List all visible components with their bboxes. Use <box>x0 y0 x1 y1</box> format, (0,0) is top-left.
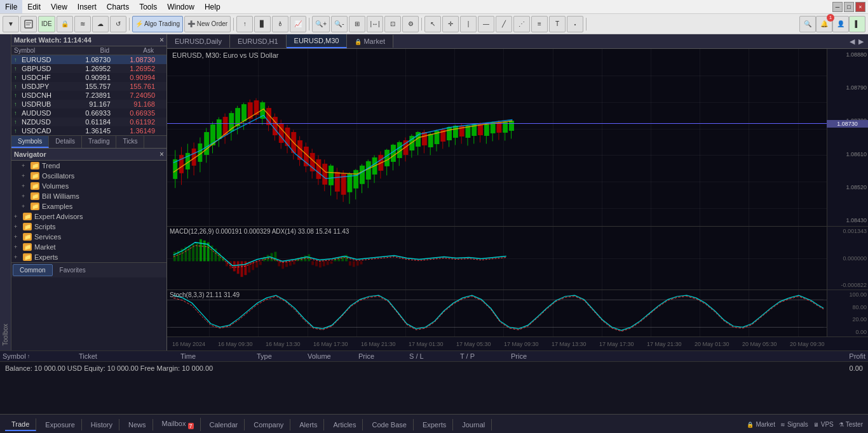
market-watch-row-audusd[interactable]: ↑ AUDUSD 0.66933 0.66935 <box>11 109 166 117</box>
price-arrow: ↑ <box>14 119 22 125</box>
market-watch-close-button[interactable]: × <box>159 36 164 44</box>
trendline-button[interactable]: ╱ <box>496 16 512 32</box>
new-order-button[interactable]: ➕ New Order <box>184 16 231 32</box>
mw-tab-trading[interactable]: Trading <box>82 136 117 148</box>
svg-rect-64 <box>360 166 365 183</box>
status-market[interactable]: 🔒 Market <box>747 421 775 428</box>
notification-button[interactable]: 🔔1 <box>816 16 832 32</box>
fib-button[interactable]: ≡ <box>531 16 548 32</box>
market-watch-row-eurusd[interactable]: ↑ EURUSD 1.08730 1.08730 <box>11 55 166 64</box>
cursor-button[interactable]: ↖ <box>424 16 441 32</box>
search-button[interactable]: 🔍 <box>799 16 816 32</box>
chart-tab-eurusd-m30[interactable]: EURUSD,M30 <box>287 34 348 48</box>
horizontal-line-button[interactable]: — <box>478 16 494 32</box>
scroll-right-button[interactable]: ⊡ <box>384 16 401 32</box>
zoom-in-button[interactable]: 🔍+ <box>312 16 330 32</box>
chart-tab-eurusd-daily[interactable]: EURUSD,Daily <box>167 35 230 48</box>
minimize-button[interactable]: ─ <box>832 2 843 12</box>
market-watch-row-usdchf[interactable]: ↑ USDCHF 0.90991 0.90994 <box>11 73 166 82</box>
profile-button[interactable] <box>20 16 37 32</box>
nav-item-experts[interactable]: + 📁 Experts <box>11 252 166 262</box>
mw-tab-symbols[interactable]: Symbols <box>11 136 49 148</box>
navigator-header: Navigator × <box>11 149 166 161</box>
main-chart[interactable]: EURUSD, M30: Euro vs US Dollar <box>167 49 868 227</box>
terminal-tab-articles[interactable]: Articles <box>327 419 363 430</box>
nav-item-scripts[interactable]: + 📁 Scripts <box>11 222 166 232</box>
terminal-tab-calendar[interactable]: Calendar <box>203 419 245 430</box>
crosshair-button[interactable]: ✛ <box>442 16 459 32</box>
lock-button[interactable]: 🔒 <box>57 16 73 32</box>
status-vps[interactable]: 🖥 VPS <box>813 421 834 428</box>
zoom-out-button[interactable]: 🔍- <box>331 16 348 32</box>
terminal-tab-alerts[interactable]: Alerts <box>293 419 324 430</box>
refresh-button[interactable]: ↺ <box>110 16 126 32</box>
terminal-tab-codebase[interactable]: Code Base <box>365 419 413 430</box>
status-tester[interactable]: ⚗ Tester <box>839 421 863 428</box>
chart-tab-eurusd-h1[interactable]: EURUSD,H1 <box>230 35 287 48</box>
stoch-chart[interactable]: Stoch(8,3,3) 21.11 31.49 <box>167 290 868 336</box>
nav-item-examples[interactable]: + 📁 Examples <box>11 201 166 211</box>
mw-tab-details[interactable]: Details <box>49 136 82 148</box>
menu-charts[interactable]: Charts <box>102 0 134 13</box>
menu-file[interactable]: File <box>0 0 22 13</box>
market-watch-row-usdrub[interactable]: ↑ USDRUB 91.167 91.168 <box>11 100 166 109</box>
account-button[interactable]: 👤 <box>832 16 849 32</box>
menu-help[interactable]: Help <box>200 0 226 13</box>
nav-item-oscillators[interactable]: + 📁 Oscillators <box>11 171 166 181</box>
chart-nav-left[interactable]: ◀ <box>848 37 857 46</box>
status-signals[interactable]: ≋ Signals <box>780 421 808 428</box>
market-watch-row-usdjpy[interactable]: ↑ USDJPY 155.757 155.761 <box>11 82 166 91</box>
candle-button[interactable]: 🕯 <box>272 16 288 32</box>
nav-tab-common[interactable]: Common <box>13 264 53 276</box>
terminal-tab-journal[interactable]: Journal <box>456 419 492 430</box>
nav-item-volumes[interactable]: + 📁 Volumes <box>11 181 166 191</box>
macd-chart[interactable]: MACD(12,26,9) 0.000191 0.000329 ADX(14) … <box>167 227 868 290</box>
col-symbol[interactable]: Symbol ↑ <box>3 352 79 360</box>
market-watch-row-usdcad[interactable]: ↑ USDCAD 1.36145 1.36149 <box>11 126 166 135</box>
vertical-line-button[interactable]: | <box>460 16 477 32</box>
market-watch-row-nzdusd[interactable]: ↑ NZDUSD 0.61184 0.61192 <box>11 117 166 126</box>
terminal-tab-company[interactable]: Company <box>247 419 290 430</box>
channel-button[interactable]: ⋰ <box>513 16 530 32</box>
nav-item-market[interactable]: + 📁 Market <box>11 242 166 252</box>
market-watch-row-usdcnh[interactable]: ↑ USDCNH 7.23891 7.24050 <box>11 91 166 100</box>
algo-trading-button[interactable]: ⚡ Algo Trading <box>132 16 183 32</box>
menu-insert[interactable]: Insert <box>72 0 102 13</box>
new-chart-dropdown[interactable]: ▼ <box>3 16 19 32</box>
bar-chart-button[interactable]: ▊ <box>254 16 271 32</box>
nav-item-bill-williams[interactable]: + 📁 Bill Williams <box>11 191 166 201</box>
mw-tab-ticks[interactable]: Ticks <box>116 136 144 148</box>
text-button[interactable]: T <box>549 16 566 32</box>
chart-tab-market[interactable]: 🔒Market <box>347 35 393 48</box>
terminal-tab-trade[interactable]: Trade <box>5 418 36 431</box>
time-label-10: 17 May 21:30 <box>647 341 682 347</box>
arrow-button[interactable]: ⬩ <box>567 16 583 32</box>
cloud-button[interactable]: ☁ <box>92 16 109 32</box>
close-button[interactable]: × <box>855 2 865 12</box>
properties-button[interactable]: ⚙ <box>402 16 419 32</box>
menu-window[interactable]: Window <box>162 0 200 13</box>
navigator-close-button[interactable]: × <box>159 150 164 159</box>
nav-tab-favorites[interactable]: Favorites <box>53 264 93 276</box>
terminal-tab-history[interactable]: History <box>85 419 119 430</box>
menu-edit[interactable]: Edit <box>22 0 46 13</box>
ide-button[interactable]: IDE <box>38 16 55 32</box>
period-sep-button[interactable]: |↔| <box>367 16 383 32</box>
nav-item-expert-advisors[interactable]: + 📁 Expert Advisors <box>11 211 166 222</box>
line-chart-button[interactable]: 📈 <box>290 16 306 32</box>
chart-up-button[interactable]: ↑ <box>236 16 253 32</box>
signal-button[interactable]: ▌ <box>849 16 865 32</box>
market-watch-row-gbpusd[interactable]: ↑ GBPUSD 1.26952 1.26952 <box>11 64 166 73</box>
nav-item-trend[interactable]: + 📁 Trend <box>11 161 166 171</box>
terminal-tab-news[interactable]: News <box>122 419 153 430</box>
menu-tools[interactable]: Tools <box>134 0 162 13</box>
virtual-button[interactable]: ≋ <box>74 16 91 32</box>
terminal-tab-experts[interactable]: Experts <box>416 419 453 430</box>
menu-view[interactable]: View <box>46 0 72 13</box>
chart-nav-right[interactable]: ▶ <box>857 37 865 46</box>
nav-item-services[interactable]: + 📁 Services <box>11 232 166 242</box>
terminal-tab-exposure[interactable]: Exposure <box>39 419 81 430</box>
grid-button[interactable]: ⊞ <box>349 16 365 32</box>
terminal-tab-mailbox[interactable]: Mailbox 7 <box>156 418 201 431</box>
maximize-button[interactable]: □ <box>844 2 854 12</box>
